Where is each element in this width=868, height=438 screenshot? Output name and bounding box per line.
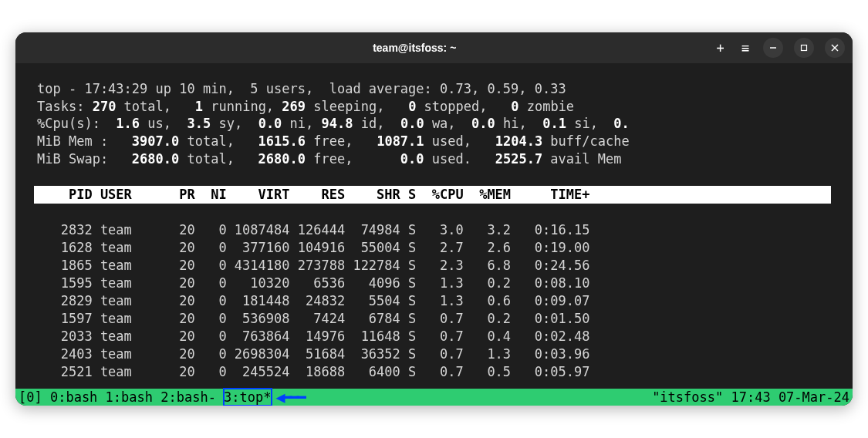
cpu-line: %Cpu(s): 1.6 us, 3.5 sy, 0.0 ni, 94.8 id… xyxy=(37,116,630,131)
minimize-button[interactable] xyxy=(763,38,783,58)
maximize-button[interactable] xyxy=(794,38,814,58)
menu-button[interactable]: ≡ xyxy=(738,40,752,56)
process-row: 1595 team 20 0 10320 6536 4096 S 1.3 0.2… xyxy=(37,275,589,291)
tmux-windows: [0] 0:bash 1:bash 2:bash- 3:top*◀━━━ xyxy=(19,389,304,406)
terminal-content[interactable]: top - 17:43:29 up 10 min, 5 users, load … xyxy=(15,63,853,389)
arrow-annotation-icon: ◀━━━ xyxy=(276,389,304,405)
process-row: 2403 team 20 0 2698304 51684 36352 S 0.7… xyxy=(37,346,589,362)
process-row: 2033 team 20 0 763864 14976 11648 S 0.7 … xyxy=(37,328,589,344)
process-row: 1628 team 20 0 377160 104916 55004 S 2.7… xyxy=(37,240,589,255)
titlebar-controls: + ≡ xyxy=(714,38,846,58)
minimize-icon xyxy=(769,44,777,52)
maximize-icon xyxy=(800,44,808,52)
close-icon xyxy=(831,44,839,52)
new-tab-button[interactable]: + xyxy=(714,40,728,56)
titlebar: team@itsfoss: ~ + ≡ xyxy=(15,32,853,63)
window-title: team@itsfoss: ~ xyxy=(116,42,714,54)
tmux-active-window[interactable]: 3:top* xyxy=(224,389,271,406)
process-row: 2829 team 20 0 181448 24832 5504 S 1.3 0… xyxy=(37,293,589,308)
tmux-status-bar: [0] 0:bash 1:bash 2:bash- 3:top*◀━━━ "it… xyxy=(15,389,853,406)
close-button[interactable] xyxy=(825,38,845,58)
process-row: 2521 team 20 0 245524 18688 6400 S 0.7 0… xyxy=(37,364,589,379)
top-summary-line1: top - 17:43:29 up 10 min, 5 users, load … xyxy=(37,81,566,96)
process-table-header: PID USER PR NI VIRT RES SHR S %CPU %MEM … xyxy=(34,186,831,204)
tmux-status-right: "itsfoss" 17:43 07-Mar-24 xyxy=(652,389,849,406)
mem-line: MiB Mem : 3907.0 total, 1615.6 free, 108… xyxy=(37,133,630,149)
swap-line: MiB Swap: 2680.0 total, 2680.0 free, 0.0… xyxy=(37,151,621,167)
process-row: 1597 team 20 0 536908 7424 6784 S 0.7 0.… xyxy=(37,311,589,326)
terminal-window: team@itsfoss: ~ + ≡ top - 17:43:29 up 10… xyxy=(15,32,853,406)
process-row: 1865 team 20 0 4314180 273788 122784 S 2… xyxy=(37,258,589,273)
svg-rect-1 xyxy=(802,45,807,50)
tasks-line: Tasks: 270 total, 1 running, 269 sleepin… xyxy=(37,99,574,114)
process-row: 2832 team 20 0 1087484 126444 74984 S 3.… xyxy=(37,222,589,238)
